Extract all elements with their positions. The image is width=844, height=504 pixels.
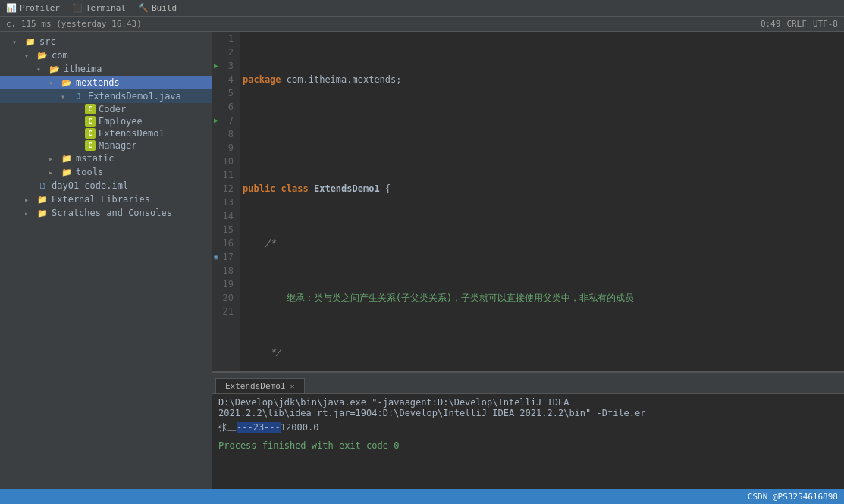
code-line-4: /* [243, 236, 844, 250]
line-num-16: 16 [212, 236, 240, 250]
sidebar-item-coder[interactable]: C Coder [0, 103, 212, 115]
sidebar[interactable]: ▾ 📁 src ▾ 📂 com ▾ 📂 itheima ▾ 📂 mextends [0, 32, 212, 489]
sidebar-label: Scratches and Consoles [52, 208, 172, 218]
folder-icon: 📂 [49, 63, 61, 75]
code-line-5: 继承：类与类之间产生关系(子父类关系)，子类就可以直接使用父类中，非私有的成员 [243, 291, 844, 305]
expand-arrow: ▸ [49, 155, 61, 163]
terminal-tabs: ExtendsDemo1 ✕ [212, 373, 844, 394]
sidebar-item-itheima[interactable]: ▾ 📂 itheima [0, 62, 212, 76]
expand-arrow: ▾ [24, 52, 36, 60]
terminal-tab-label: ExtendsDemo1 [225, 381, 285, 391]
expand-arrow: ▸ [49, 168, 61, 177]
sidebar-item-src[interactable]: ▾ 📁 src [0, 35, 212, 49]
line-num-13: 13 [212, 196, 240, 209]
status-right: 0:49 CRLF UTF-8 [761, 19, 838, 29]
encoding: UTF-8 [813, 19, 838, 29]
line-ending: CRLF [786, 19, 807, 29]
line-num-9: 9 [212, 141, 240, 155]
terminal-command-line: D:\Develop\jdk\bin\java.exe "-javaagent:… [218, 397, 838, 418]
sidebar-label: External Libraries [52, 194, 150, 205]
sidebar-item-extlibs[interactable]: ▸ 📁 External Libraries [0, 193, 212, 206]
main-area: ▾ 📁 src ▾ 📂 com ▾ 📂 itheima ▾ 📂 mextends [0, 32, 844, 489]
top-bar: 📊 Profiler ⬛ Terminal 🔨 Build [0, 0, 844, 17]
sidebar-label: ExtendsDemo1 [99, 128, 165, 139]
sidebar-item-extendsdemo1[interactable]: ▾ J ExtendsDemo1.java [0, 89, 212, 103]
profiler-tab[interactable]: 📊 Profiler [6, 3, 60, 13]
folder-icon: 📁 [36, 207, 49, 219]
line-num-20: 20 [212, 291, 240, 305]
line-num-14: 14 [212, 209, 240, 223]
sidebar-label: itheima [64, 64, 102, 74]
class-icon: C [85, 128, 96, 139]
sidebar-item-manager[interactable]: C Manager [0, 139, 212, 152]
sidebar-item-extendsdemo1-class[interactable]: C ExtendsDemo1 [0, 127, 212, 139]
expand-arrow: ▸ [24, 196, 36, 204]
line-num-6: 6 [212, 100, 240, 114]
terminal-tab-extendsdemo1[interactable]: ExtendsDemo1 ✕ [215, 378, 305, 393]
sidebar-item-mstatic[interactable]: ▸ 📁 mstatic [0, 152, 212, 165]
terminal-tab[interactable]: ⬛ Terminal [72, 3, 126, 13]
build-tab[interactable]: 🔨 Build [138, 3, 177, 13]
build-icon: 🔨 [138, 3, 149, 13]
folder-icon: 📁 [61, 166, 73, 178]
sidebar-label: mstatic [76, 153, 115, 164]
code-line-3: public class ExtendsDemo1 { [243, 182, 844, 196]
code-line-2 [243, 127, 844, 141]
sidebar-item-com[interactable]: ▾ 📂 com [0, 49, 212, 62]
terminal-area: ExtendsDemo1 ✕ D:\Develop\jdk\bin\java.e… [212, 371, 844, 489]
sidebar-label: mextends [76, 77, 120, 88]
folder-icon: 📂 [36, 49, 49, 61]
sidebar-item-scratches[interactable]: ▸ 📁 Scratches and Consoles [0, 206, 212, 220]
expand-arrow: ▾ [49, 79, 61, 87]
line-num-1: 1 [212, 32, 240, 45]
code-content: 1 2 ▶3 4 5 6 ▶7 8 9 10 11 12 13 14 15 16 [212, 32, 844, 371]
code-lines: package com.itheima.mextends; public cla… [240, 32, 844, 371]
line-num-2: 2 [212, 45, 240, 59]
line-num-17: ◉17 [212, 250, 240, 264]
line-num-11: 11 [212, 168, 240, 182]
terminal-icon: ⬛ [72, 3, 83, 13]
line-num-8: 8 [212, 127, 240, 141]
line-num-21: 21 [212, 305, 240, 318]
line-num-10: 10 [212, 155, 240, 168]
class-icon: C [85, 104, 96, 114]
code-line-6: */ [243, 346, 844, 359]
line-num-15: 15 [212, 223, 240, 236]
sidebar-label: ExtendsDemo1.java [88, 91, 181, 102]
class-icon: C [85, 116, 96, 127]
terminal-highlight: ---23--- [237, 422, 281, 433]
expand-arrow: ▾ [12, 38, 24, 46]
sidebar-label: src [39, 36, 56, 47]
iml-icon: 🗋 [36, 180, 49, 192]
terminal-output-line: 张三---23---12000.0 [218, 421, 838, 434]
expand-arrow: ▸ [24, 209, 36, 218]
expand-arrow: ▾ [61, 92, 73, 101]
sidebar-item-day01[interactable]: 🗋 day01-code.iml [0, 179, 212, 193]
status-text: c, 115 ms (yesterday 16:43) [6, 19, 142, 29]
sidebar-label: Coder [99, 104, 126, 114]
line-num-19: 19 [212, 277, 240, 291]
profiler-icon: 📊 [6, 3, 17, 13]
line-num-4: 4 [212, 73, 240, 86]
sidebar-label: day01-code.iml [52, 180, 128, 191]
folder-icon: 📂 [61, 77, 73, 89]
folder-icon: 📁 [24, 36, 36, 48]
sidebar-item-mextends[interactable]: ▾ 📂 mextends [0, 76, 212, 89]
bottom-status-bar: . CSDN @PS3254616898 [0, 489, 844, 504]
terminal-close-button[interactable]: ✕ [290, 382, 294, 390]
line-num-12: 12 [212, 182, 240, 196]
line-num-5: 5 [212, 86, 240, 100]
sidebar-label: Manager [99, 140, 137, 151]
code-line-1: package com.itheima.mextends; [243, 73, 844, 86]
line-num-18: 18 [212, 264, 240, 277]
sidebar-label: tools [76, 167, 103, 177]
terminal-process-line: Process finished with exit code 0 [218, 440, 838, 451]
status-bar: c, 115 ms (yesterday 16:43) 0:49 CRLF UT… [0, 17, 844, 32]
sidebar-item-tools[interactable]: ▸ 📁 tools [0, 165, 212, 179]
line-num-7: ▶7 [212, 114, 240, 127]
time-display: 0:49 [761, 19, 781, 29]
sidebar-item-employee[interactable]: C Employee [0, 115, 212, 127]
line-num-3: ▶3 [212, 59, 240, 73]
code-editor[interactable]: 1 2 ▶3 4 5 6 ▶7 8 9 10 11 12 13 14 15 16 [212, 32, 844, 489]
class-icon: C [85, 140, 96, 151]
